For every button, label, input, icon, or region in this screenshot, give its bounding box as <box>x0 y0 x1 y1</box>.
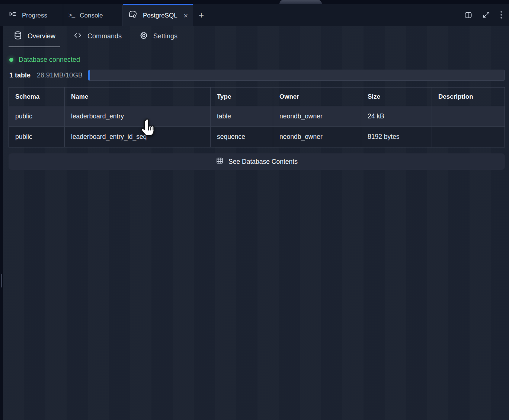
tab-label: PostgreSQL <box>143 12 177 19</box>
subnav-label: Overview <box>28 32 55 40</box>
tab-console[interactable]: >_ Console <box>63 4 123 26</box>
table-row-cell[interactable]: 8192 bytes <box>361 127 432 147</box>
panel-drag-handle[interactable] <box>1 274 2 287</box>
status-message: Database connected <box>19 56 80 64</box>
table-row-cell[interactable] <box>432 106 505 127</box>
column-header-schema: Schema <box>9 88 65 106</box>
column-header-name: Name <box>65 88 211 106</box>
close-tab-icon[interactable]: × <box>182 11 190 20</box>
usage-row: 1 table 28.91MB/10GB <box>9 70 505 81</box>
table-count: 1 table <box>9 71 31 79</box>
subnav-label: Commands <box>87 32 122 40</box>
postgresql-elephant-icon <box>128 10 138 22</box>
code-icon <box>73 31 83 42</box>
tab-label: Progress <box>22 12 47 19</box>
floating-bar-edge <box>279 0 322 4</box>
subnav-commands[interactable]: Commands <box>68 26 126 47</box>
overview-content: Database connected 1 table 28.91MB/10GB … <box>3 56 509 170</box>
table-grid-icon <box>216 157 224 166</box>
expand-icon[interactable] <box>482 11 490 19</box>
storage-usage: 28.91MB/10GB <box>37 71 83 79</box>
table-row-cell[interactable]: public <box>9 127 65 147</box>
left-edge-strip <box>0 4 3 420</box>
split-view-icon[interactable] <box>464 11 473 19</box>
progress-list-icon <box>8 10 17 21</box>
database-objects-table: Schema Name Type Owner Size Description … <box>9 87 505 147</box>
table-row-cell[interactable]: sequence <box>211 127 273 147</box>
button-label: See Database Contents <box>228 158 298 166</box>
tab-label: Console <box>80 12 103 19</box>
tab-postgresql[interactable]: PostgreSQL × <box>123 4 193 26</box>
tab-progress[interactable]: Progress <box>0 4 63 26</box>
column-header-type: Type <box>211 88 273 106</box>
column-header-description: Description <box>432 88 505 106</box>
table-row-cell[interactable]: neondb_owner <box>273 127 361 147</box>
subnav-settings[interactable]: Settings <box>135 26 182 47</box>
terminal-icon: >_ <box>68 12 75 19</box>
table-row-cell[interactable]: 24 kB <box>361 106 432 127</box>
column-header-owner: Owner <box>273 88 361 106</box>
storage-progress-bar <box>88 70 505 81</box>
storage-progress-fill <box>88 70 90 80</box>
gear-icon <box>139 31 148 42</box>
connection-status: Database connected <box>9 56 505 64</box>
panel-subnav: Overview Commands Settings <box>3 26 509 47</box>
table-row-cell[interactable]: public <box>9 106 65 127</box>
database-icon <box>13 31 23 42</box>
status-dot-icon <box>9 58 13 62</box>
new-tab-button[interactable]: + <box>193 4 210 26</box>
top-window-strip <box>0 0 509 4</box>
column-header-size: Size <box>361 88 432 106</box>
overflow-menu-icon[interactable] <box>500 10 502 19</box>
table-row-cell[interactable]: leaderboard_entry_id_seq <box>65 127 211 147</box>
table-row-cell[interactable] <box>432 127 505 147</box>
subnav-overview[interactable]: Overview <box>9 26 60 47</box>
subnav-label: Settings <box>153 32 177 40</box>
table-row-cell[interactable]: neondb_owner <box>273 106 361 127</box>
pane-tab-bar: Progress >_ Console PostgreSQL × + <box>0 4 509 26</box>
table-row-cell[interactable]: table <box>211 106 273 127</box>
window-actions <box>464 4 509 26</box>
see-database-contents-button[interactable]: See Database Contents <box>9 153 505 170</box>
postgresql-panel: Overview Commands Settings Database conn <box>3 26 509 420</box>
table-row-cell[interactable]: leaderboard_entry <box>65 106 211 127</box>
